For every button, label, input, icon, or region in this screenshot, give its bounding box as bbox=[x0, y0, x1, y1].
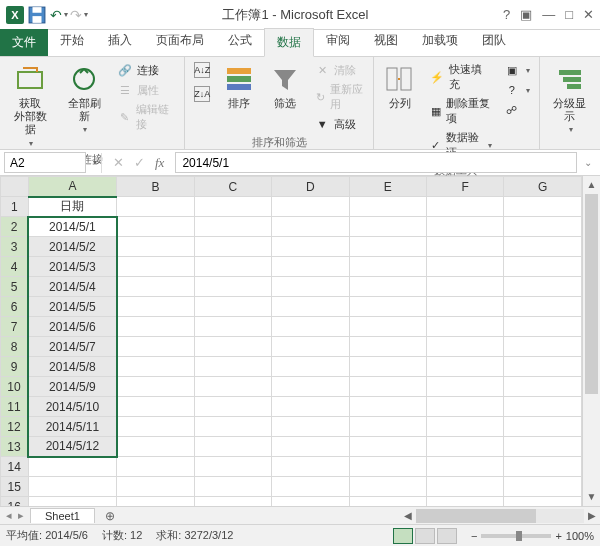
row-header[interactable]: 14 bbox=[1, 457, 29, 477]
cell[interactable] bbox=[427, 297, 504, 317]
row-header[interactable]: 5 bbox=[1, 277, 29, 297]
cell[interactable] bbox=[349, 417, 426, 437]
cell[interactable] bbox=[504, 397, 582, 417]
sheet-tab[interactable]: Sheet1 bbox=[30, 508, 95, 523]
cell[interactable] bbox=[504, 217, 582, 237]
horizontal-scrollbar[interactable]: ◀ ▶ bbox=[400, 507, 600, 524]
row-header[interactable]: 1 bbox=[1, 197, 29, 217]
select-all-corner[interactable] bbox=[1, 177, 29, 197]
cell[interactable] bbox=[117, 457, 194, 477]
tab-file[interactable]: 文件 bbox=[0, 29, 48, 56]
cell[interactable] bbox=[117, 377, 194, 397]
cell[interactable] bbox=[117, 217, 194, 237]
tab-视图[interactable]: 视图 bbox=[362, 27, 410, 56]
tab-公式[interactable]: 公式 bbox=[216, 27, 264, 56]
page-break-button[interactable] bbox=[437, 528, 457, 544]
cell[interactable] bbox=[349, 297, 426, 317]
zoom-in-button[interactable]: + bbox=[555, 530, 561, 542]
column-header[interactable]: C bbox=[194, 177, 271, 197]
clear-filter-button[interactable]: ✕清除 bbox=[311, 61, 367, 79]
cell[interactable] bbox=[272, 297, 349, 317]
cell[interactable] bbox=[272, 197, 349, 217]
cell[interactable] bbox=[504, 477, 582, 497]
cell[interactable]: 2014/5/1 bbox=[28, 217, 117, 237]
cell[interactable] bbox=[427, 457, 504, 477]
consolidate-button[interactable]: ▣▾ bbox=[501, 61, 533, 79]
cell[interactable] bbox=[349, 197, 426, 217]
cell[interactable] bbox=[427, 377, 504, 397]
cell[interactable] bbox=[427, 337, 504, 357]
column-header[interactable]: G bbox=[504, 177, 582, 197]
close-button[interactable]: ✕ bbox=[583, 7, 594, 22]
cell[interactable] bbox=[194, 197, 271, 217]
undo-button[interactable]: ↶ bbox=[50, 7, 62, 23]
row-header[interactable]: 9 bbox=[1, 357, 29, 377]
cell[interactable] bbox=[504, 357, 582, 377]
excel-icon[interactable]: X bbox=[6, 6, 24, 24]
enter-icon[interactable]: ✓ bbox=[134, 155, 145, 171]
save-button[interactable] bbox=[28, 6, 46, 24]
name-box-dropdown[interactable]: ▾ bbox=[89, 153, 102, 173]
cell[interactable] bbox=[194, 277, 271, 297]
remove-duplicates-button[interactable]: ▦删除重复项 bbox=[426, 95, 495, 127]
scroll-down-icon[interactable]: ▼ bbox=[583, 488, 600, 506]
cell[interactable] bbox=[504, 417, 582, 437]
cell[interactable] bbox=[28, 457, 117, 477]
zoom-control[interactable]: − + 100% bbox=[471, 530, 594, 542]
undo-dropdown[interactable]: ▾ bbox=[64, 10, 68, 19]
cell[interactable] bbox=[28, 497, 117, 507]
cell[interactable] bbox=[427, 497, 504, 507]
connections-button[interactable]: 🔗连接 bbox=[114, 61, 178, 79]
cell[interactable] bbox=[427, 257, 504, 277]
cell[interactable] bbox=[349, 397, 426, 417]
sheet-nav-prev[interactable]: ◂ bbox=[6, 509, 12, 522]
cell[interactable] bbox=[427, 357, 504, 377]
row-header[interactable]: 16 bbox=[1, 497, 29, 507]
help-button[interactable]: ? bbox=[503, 7, 510, 22]
cell[interactable] bbox=[349, 257, 426, 277]
tab-数据[interactable]: 数据 bbox=[264, 28, 314, 57]
cell[interactable] bbox=[272, 357, 349, 377]
cell[interactable] bbox=[504, 437, 582, 457]
fx-button[interactable]: fx bbox=[155, 155, 164, 171]
cell[interactable] bbox=[427, 217, 504, 237]
cell[interactable] bbox=[194, 317, 271, 337]
cell[interactable] bbox=[504, 457, 582, 477]
cell[interactable] bbox=[272, 477, 349, 497]
cell[interactable] bbox=[427, 397, 504, 417]
filter-button[interactable]: 筛选 bbox=[265, 61, 305, 112]
tab-团队[interactable]: 团队 bbox=[470, 27, 518, 56]
cell[interactable] bbox=[272, 457, 349, 477]
cell[interactable] bbox=[349, 437, 426, 457]
cell[interactable] bbox=[194, 357, 271, 377]
cell[interactable] bbox=[272, 437, 349, 457]
cell[interactable]: 2014/5/6 bbox=[28, 317, 117, 337]
text-to-columns-button[interactable]: 分列 bbox=[380, 61, 420, 112]
zoom-level[interactable]: 100% bbox=[566, 530, 594, 542]
sort-button[interactable]: 排序 bbox=[219, 61, 259, 112]
cell[interactable] bbox=[349, 317, 426, 337]
row-header[interactable]: 6 bbox=[1, 297, 29, 317]
properties-button[interactable]: ☰属性 bbox=[114, 81, 178, 99]
cell[interactable]: 2014/5/4 bbox=[28, 277, 117, 297]
cell[interactable] bbox=[194, 417, 271, 437]
row-header[interactable]: 11 bbox=[1, 397, 29, 417]
cell[interactable] bbox=[504, 257, 582, 277]
cell[interactable]: 2014/5/7 bbox=[28, 337, 117, 357]
cell[interactable] bbox=[272, 217, 349, 237]
page-layout-button[interactable] bbox=[415, 528, 435, 544]
cell[interactable] bbox=[504, 377, 582, 397]
cell[interactable] bbox=[117, 357, 194, 377]
cell[interactable] bbox=[194, 477, 271, 497]
cell[interactable] bbox=[272, 377, 349, 397]
formula-input[interactable] bbox=[175, 152, 577, 173]
row-header[interactable]: 12 bbox=[1, 417, 29, 437]
tab-加载项[interactable]: 加载项 bbox=[410, 27, 470, 56]
cell[interactable]: 日期 bbox=[28, 197, 117, 217]
row-header[interactable]: 2 bbox=[1, 217, 29, 237]
cell[interactable] bbox=[117, 437, 194, 457]
cell[interactable] bbox=[427, 277, 504, 297]
column-header[interactable]: E bbox=[349, 177, 426, 197]
row-header[interactable]: 7 bbox=[1, 317, 29, 337]
cell[interactable] bbox=[349, 457, 426, 477]
